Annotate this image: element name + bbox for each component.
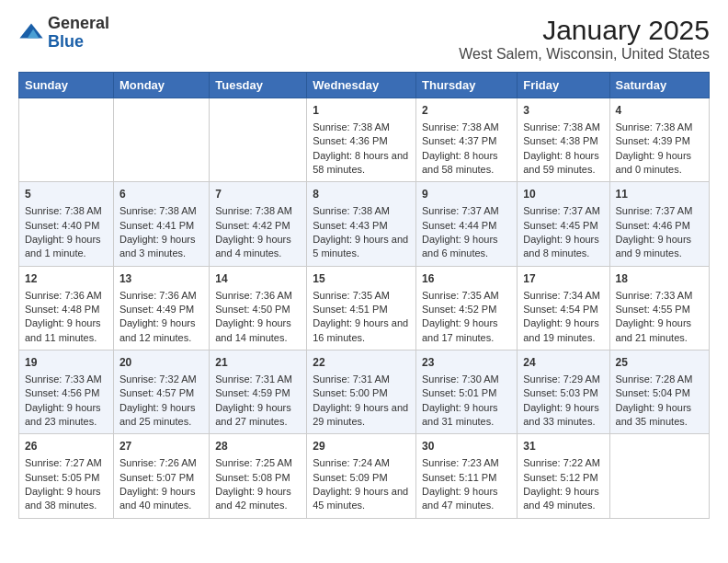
day-number: 14 — [215, 271, 301, 287]
calendar-header: SundayMondayTuesdayWednesdayThursdayFrid… — [19, 73, 710, 98]
day-number: 21 — [215, 355, 301, 371]
calendar-cell: 31Sunrise: 7:22 AMSunset: 5:12 PMDayligh… — [518, 434, 609, 518]
calendar-cell: 22Sunrise: 7:31 AMSunset: 5:00 PMDayligh… — [307, 350, 416, 434]
day-number: 2 — [422, 103, 511, 119]
day-content: Daylight: 9 hours and 38 minutes. — [25, 485, 108, 513]
calendar-cell: 1Sunrise: 7:38 AMSunset: 4:36 PMDaylight… — [307, 98, 416, 182]
day-number: 24 — [523, 355, 603, 371]
calendar-cell: 15Sunrise: 7:35 AMSunset: 4:51 PMDayligh… — [307, 266, 416, 350]
day-content: Daylight: 9 hours and 17 minutes. — [422, 316, 511, 345]
day-content: Sunrise: 7:37 AM — [523, 204, 603, 218]
day-content: Sunset: 4:43 PM — [313, 219, 410, 233]
calendar-cell — [113, 98, 209, 182]
day-content: Sunrise: 7:34 AM — [523, 289, 603, 303]
day-content: Sunset: 4:40 PM — [25, 219, 108, 233]
day-content: Sunrise: 7:36 AM — [25, 289, 108, 303]
day-content: Sunset: 4:50 PM — [215, 303, 301, 316]
day-number: 15 — [313, 271, 410, 287]
day-content: Daylight: 9 hours and 47 minutes. — [422, 485, 511, 513]
day-content: Sunrise: 7:32 AM — [119, 373, 203, 386]
calendar-cell: 30Sunrise: 7:23 AMSunset: 5:11 PMDayligh… — [416, 434, 518, 518]
day-content: Sunrise: 7:31 AM — [215, 373, 301, 386]
calendar-cell: 11Sunrise: 7:37 AMSunset: 4:46 PMDayligh… — [609, 182, 709, 266]
day-content: Daylight: 8 hours and 59 minutes. — [523, 149, 603, 178]
calendar-cell: 18Sunrise: 7:33 AMSunset: 4:55 PMDayligh… — [609, 266, 709, 350]
day-content: Sunset: 5:01 PM — [422, 386, 511, 400]
day-content: Daylight: 9 hours and 11 minutes. — [25, 316, 108, 345]
day-content: Sunset: 5:07 PM — [119, 471, 203, 485]
day-content: Sunset: 4:38 PM — [523, 134, 603, 148]
day-content: Daylight: 9 hours and 6 minutes. — [422, 233, 511, 261]
day-number: 18 — [616, 271, 703, 287]
day-header-saturday: Saturday — [609, 73, 709, 98]
day-content: Sunrise: 7:38 AM — [215, 204, 301, 218]
calendar-cell: 3Sunrise: 7:38 AMSunset: 4:38 PMDaylight… — [518, 98, 609, 182]
day-content: Sunset: 5:03 PM — [523, 386, 603, 400]
day-content: Daylight: 9 hours and 4 minutes. — [215, 233, 301, 261]
day-number: 31 — [523, 439, 603, 454]
calendar-cell — [609, 434, 709, 518]
calendar-cell: 23Sunrise: 7:30 AMSunset: 5:01 PMDayligh… — [416, 350, 518, 434]
day-number: 6 — [119, 187, 203, 202]
day-content: Sunset: 5:09 PM — [313, 471, 410, 485]
day-number: 17 — [523, 271, 603, 287]
day-content: Daylight: 9 hours and 14 minutes. — [215, 316, 301, 345]
day-number: 22 — [313, 355, 410, 371]
calendar-table: SundayMondayTuesdayWednesdayThursdayFrid… — [18, 72, 710, 519]
day-header-sunday: Sunday — [19, 73, 114, 98]
day-content: Daylight: 9 hours and 21 minutes. — [616, 316, 703, 345]
day-content: Sunset: 5:12 PM — [523, 471, 603, 485]
day-content: Daylight: 9 hours and 45 minutes. — [313, 485, 410, 513]
calendar-cell: 14Sunrise: 7:36 AMSunset: 4:50 PMDayligh… — [210, 266, 307, 350]
day-content: Sunset: 5:05 PM — [25, 471, 108, 485]
day-content: Sunset: 4:44 PM — [422, 219, 511, 233]
day-content: Sunrise: 7:23 AM — [422, 456, 511, 470]
day-header-friday: Friday — [518, 73, 609, 98]
day-number: 16 — [422, 271, 511, 287]
day-content: Sunset: 4:39 PM — [616, 134, 703, 148]
day-number: 7 — [215, 187, 301, 202]
calendar-cell — [210, 98, 307, 182]
day-content: Sunset: 5:00 PM — [313, 386, 410, 400]
title-block: January 2025 West Salem, Wisconsin, Unit… — [459, 15, 710, 63]
calendar-cell: 28Sunrise: 7:25 AMSunset: 5:08 PMDayligh… — [210, 434, 307, 518]
calendar-cell: 9Sunrise: 7:37 AMSunset: 4:44 PMDaylight… — [416, 182, 518, 266]
calendar-cell: 8Sunrise: 7:38 AMSunset: 4:43 PMDaylight… — [307, 182, 416, 266]
calendar-cell: 24Sunrise: 7:29 AMSunset: 5:03 PMDayligh… — [518, 350, 609, 434]
day-content: Daylight: 9 hours and 1 minute. — [25, 233, 108, 261]
day-content: Sunrise: 7:36 AM — [119, 289, 203, 303]
day-header-wednesday: Wednesday — [307, 73, 416, 98]
day-content: Sunrise: 7:38 AM — [313, 204, 410, 218]
day-content: Daylight: 9 hours and 42 minutes. — [215, 485, 301, 513]
day-content: Sunrise: 7:35 AM — [313, 289, 410, 303]
day-content: Sunrise: 7:38 AM — [25, 204, 108, 218]
day-content: Daylight: 9 hours and 29 minutes. — [313, 401, 410, 430]
calendar-cell: 27Sunrise: 7:26 AMSunset: 5:07 PMDayligh… — [113, 434, 209, 518]
day-content: Daylight: 9 hours and 5 minutes. — [313, 233, 410, 261]
day-content: Daylight: 9 hours and 49 minutes. — [523, 485, 603, 513]
day-content: Sunset: 4:48 PM — [25, 303, 108, 316]
day-content: Sunset: 4:59 PM — [215, 386, 301, 400]
day-content: Daylight: 8 hours and 58 minutes. — [313, 149, 410, 178]
day-content: Daylight: 9 hours and 23 minutes. — [25, 401, 108, 430]
day-content: Daylight: 9 hours and 31 minutes. — [422, 401, 511, 430]
calendar-cell: 21Sunrise: 7:31 AMSunset: 4:59 PMDayligh… — [210, 350, 307, 434]
day-number: 13 — [119, 271, 203, 287]
day-content: Sunrise: 7:38 AM — [313, 121, 410, 134]
day-content: Daylight: 9 hours and 8 minutes. — [523, 233, 603, 261]
calendar-cell: 16Sunrise: 7:35 AMSunset: 4:52 PMDayligh… — [416, 266, 518, 350]
day-content: Sunset: 4:36 PM — [313, 134, 410, 148]
day-header-tuesday: Tuesday — [210, 73, 307, 98]
day-content: Sunrise: 7:38 AM — [616, 121, 703, 134]
day-number: 9 — [422, 187, 511, 202]
day-number: 27 — [119, 439, 203, 454]
day-header-monday: Monday — [113, 73, 209, 98]
day-number: 26 — [25, 439, 108, 454]
day-content: Sunset: 4:37 PM — [422, 134, 511, 148]
day-number: 25 — [616, 355, 703, 371]
day-content: Daylight: 9 hours and 25 minutes. — [119, 401, 203, 430]
day-number: 11 — [616, 187, 703, 202]
day-content: Sunrise: 7:28 AM — [616, 373, 703, 386]
day-content: Daylight: 8 hours and 58 minutes. — [422, 149, 511, 178]
day-content: Daylight: 9 hours and 40 minutes. — [119, 485, 203, 513]
